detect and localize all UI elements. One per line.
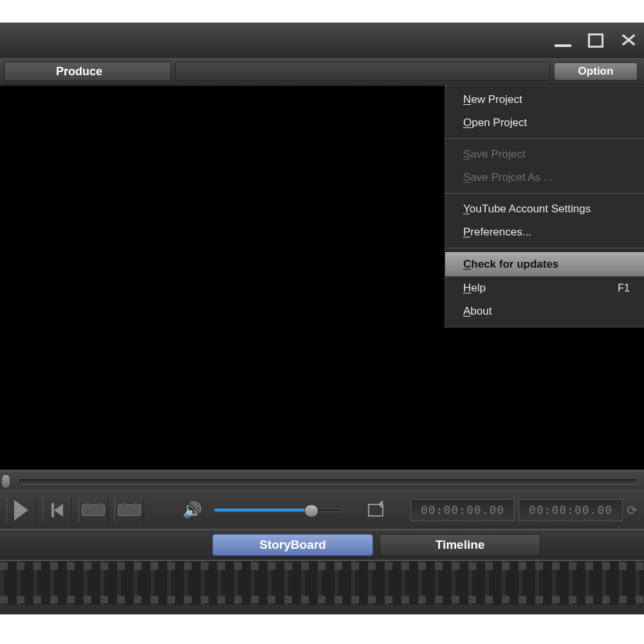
app-window: ✕ Produce Option New Project Open Projec… bbox=[0, 23, 644, 614]
playback-controls: 🔊 00:00:00.00 00:00:00.00 ⟳ bbox=[0, 490, 644, 529]
filmstrip[interactable] bbox=[0, 560, 644, 605]
menu-separator bbox=[445, 193, 644, 194]
play-button[interactable] bbox=[6, 497, 36, 523]
refresh-icon[interactable]: ⟳ bbox=[627, 502, 638, 518]
option-menu: New Project Open Project Save Project Sa… bbox=[445, 86, 644, 327]
minimize-button[interactable] bbox=[555, 34, 571, 47]
toolbar-blank bbox=[175, 62, 550, 81]
tab-storyboard[interactable]: StoryBoard bbox=[212, 534, 373, 556]
menu-separator bbox=[445, 248, 644, 248]
minimize-icon bbox=[555, 44, 571, 47]
play-icon bbox=[14, 500, 28, 520]
timecode-total: 00:00:00.00 bbox=[519, 499, 623, 521]
menu-preferences[interactable]: Preferences... bbox=[445, 221, 644, 244]
seek-track[interactable] bbox=[18, 478, 638, 484]
volume-knob[interactable] bbox=[304, 504, 318, 517]
menu-separator bbox=[445, 138, 644, 139]
main-toolbar: Produce Option bbox=[0, 58, 644, 85]
mark-in-button[interactable] bbox=[78, 497, 108, 523]
option-button[interactable]: Option bbox=[554, 62, 638, 80]
volume-icon[interactable]: 🔊 bbox=[183, 501, 202, 519]
menu-about[interactable]: About bbox=[445, 300, 644, 323]
seek-knob[interactable] bbox=[1, 474, 10, 488]
volume-fill bbox=[214, 509, 313, 511]
clip-icon bbox=[118, 504, 141, 516]
menu-open-project[interactable]: Open Project bbox=[445, 111, 644, 134]
seek-bar[interactable] bbox=[0, 471, 644, 490]
menu-new-project[interactable]: New Project bbox=[445, 88, 644, 111]
previous-icon bbox=[51, 503, 63, 517]
view-tabs: StoryBoard Timeline bbox=[0, 529, 644, 560]
tab-timeline[interactable]: Timeline bbox=[380, 534, 540, 556]
clip-icon bbox=[82, 504, 105, 516]
menu-youtube-settings[interactable]: YouTube Account Settings bbox=[445, 198, 644, 221]
fullscreen-button[interactable] bbox=[368, 504, 383, 517]
menu-help[interactable]: HelpF1 bbox=[445, 277, 644, 300]
menu-check-updates[interactable]: Check for updates bbox=[445, 252, 644, 277]
close-button[interactable]: ✕ bbox=[619, 29, 638, 51]
timecode-group: 00:00:00.00 00:00:00.00 ⟳ bbox=[410, 499, 638, 521]
menu-save-project-as: Save Projcet As ... bbox=[445, 166, 644, 189]
menu-save-project: Save Project bbox=[445, 143, 644, 166]
maximize-icon bbox=[588, 33, 603, 48]
mark-out-button[interactable] bbox=[115, 497, 144, 523]
volume-slider[interactable] bbox=[214, 508, 342, 512]
video-preview: New Project Open Project Save Project Sa… bbox=[0, 85, 644, 471]
previous-button[interactable] bbox=[42, 497, 72, 523]
titlebar: ✕ bbox=[0, 23, 644, 58]
produce-button[interactable]: Produce bbox=[4, 62, 171, 81]
maximize-button[interactable] bbox=[588, 33, 603, 48]
timecode-current: 00:00:00.00 bbox=[410, 499, 515, 521]
